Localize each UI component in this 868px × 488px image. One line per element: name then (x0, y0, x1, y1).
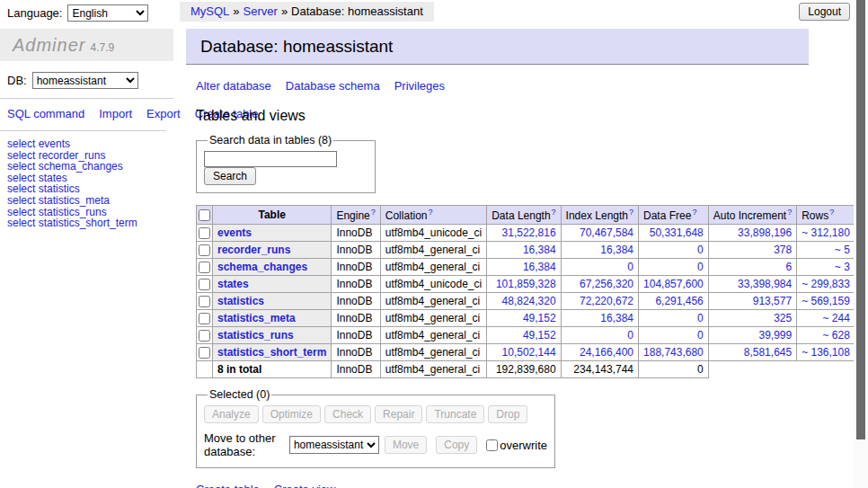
help-link[interactable]: ? (692, 208, 696, 217)
total-check-cell (197, 361, 213, 378)
help-link[interactable]: ? (787, 208, 792, 217)
engine-cell: InnoDB (332, 242, 380, 259)
data-length-link[interactable]: 16,384 (523, 244, 556, 256)
data-free-link[interactable]: 6,291,456 (655, 295, 703, 307)
help-link[interactable]: ? (428, 208, 432, 217)
table-name-cell: states (213, 276, 332, 293)
data-length-link[interactable]: 10,502,144 (502, 346, 556, 359)
data-length-link[interactable]: 31,522,816 (502, 226, 556, 239)
auto-increment-link[interactable]: 39,999 (758, 329, 792, 342)
row-checkbox[interactable] (199, 262, 210, 273)
data-length-link[interactable]: 48,824,320 (502, 295, 556, 307)
help-link[interactable]: ? (629, 208, 633, 217)
table-row: statesInnoDButf8mb4_unicode_ci101,859,32… (197, 276, 868, 293)
overwrite-label: overwrite (500, 439, 547, 452)
index-length-link[interactable]: 16,384 (600, 312, 633, 324)
rows_estimate-cell: ~ 312,180 (797, 225, 855, 242)
top-link-privileges[interactable]: Privileges (394, 79, 445, 93)
index-length-link[interactable]: 0 (627, 329, 633, 342)
adminer-version[interactable]: 4.7.9 (90, 41, 114, 54)
auto-increment-link[interactable]: 33,898,196 (738, 226, 792, 239)
sidebar-link-import[interactable]: Import (99, 107, 132, 120)
sidebar-link-sql-command[interactable]: SQL command (7, 107, 84, 120)
row-checkbox[interactable] (199, 227, 210, 239)
rows_estimate-cell: ~ 299,833 (797, 276, 855, 293)
auto-increment-link[interactable]: 6 (785, 261, 792, 273)
search-input[interactable] (204, 151, 337, 167)
data-free-link[interactable]: 0 (697, 244, 704, 256)
index-length-link[interactable]: 67,256,320 (580, 278, 633, 290)
table-link-statistics-runs[interactable]: statistics_runs (217, 329, 294, 342)
search-button[interactable]: Search (204, 167, 256, 185)
row-checkbox[interactable] (199, 330, 210, 342)
engine-cell: InnoDB (332, 293, 380, 310)
top-link-alter-database[interactable]: Alter database (196, 79, 271, 93)
data-length-link[interactable]: 49,152 (523, 329, 556, 342)
auto-increment-link[interactable]: 8,581,645 (744, 346, 792, 359)
top-link-database-schema[interactable]: Database schema (286, 79, 380, 93)
sidebar-select-link-select-events[interactable]: select events (7, 138, 173, 150)
data-free-link[interactable]: 104,857,600 (643, 278, 704, 290)
help-link[interactable]: ? (371, 208, 376, 217)
sidebar-select-link-select-schema-changes[interactable]: select schema_changes (7, 161, 173, 173)
table-link-statistics-short-term[interactable]: statistics_short_term (217, 346, 326, 359)
rows-link[interactable]: ~ 312,180 (802, 226, 850, 239)
row-checkbox[interactable] (199, 279, 210, 290)
table-link-statistics[interactable]: statistics (217, 295, 264, 307)
auto-increment-link[interactable]: 378 (774, 244, 792, 256)
data-length-link[interactable]: 16,384 (523, 261, 556, 273)
rows-link[interactable]: ~ 244 (823, 312, 850, 324)
rows-link[interactable]: ~ 3 (835, 261, 850, 273)
auto-increment-link[interactable]: 33,398,984 (738, 278, 792, 290)
sidebar-select-link-select-statistics-short-term[interactable]: select statistics_short_term (7, 217, 173, 229)
index-length-link[interactable]: 0 (627, 261, 633, 273)
auto-increment-link[interactable]: 325 (774, 312, 792, 324)
row-checkbox[interactable] (199, 296, 210, 307)
link-create-table[interactable]: Create table (196, 483, 260, 488)
table-link-schema-changes[interactable]: schema_changes (217, 261, 307, 273)
index_length-cell: 16,384 (561, 242, 638, 259)
scrollbar-track[interactable] (854, 0, 868, 488)
data-free-link[interactable]: 50,331,648 (650, 226, 704, 239)
scrollbar-thumb[interactable] (856, 0, 865, 439)
table-link-recorder-runs[interactable]: recorder_runs (217, 244, 290, 256)
data-free-link[interactable]: 0 (697, 261, 704, 273)
auto-increment-link[interactable]: 913,577 (753, 295, 792, 307)
data-free-link[interactable]: 0 (697, 329, 704, 342)
row-checkbox[interactable] (199, 244, 210, 256)
overwrite-checkbox[interactable] (486, 439, 498, 451)
rows-link[interactable]: ~ 569,159 (802, 295, 850, 307)
rows-link[interactable]: ~ 299,833 (802, 278, 850, 290)
table-name-cell: statistics (213, 293, 332, 310)
rows-link[interactable]: ~ 628 (823, 329, 850, 342)
rows-link[interactable]: ~ 136,108 (802, 346, 850, 359)
rows-link[interactable]: ~ 5 (835, 244, 850, 256)
row-checkbox[interactable] (199, 347, 210, 359)
table-link-statistics-meta[interactable]: statistics_meta (217, 312, 296, 324)
total-row: 8 in totalInnoDButf8mb4_general_ci192,83… (197, 361, 868, 378)
auto_increment-cell: 325 (708, 310, 796, 327)
index-length-link[interactable]: 72,220,672 (580, 295, 633, 307)
total-index-length: 234,143,744 (561, 361, 638, 378)
link-create-view[interactable]: Create view (274, 483, 336, 488)
help-link[interactable]: ? (829, 208, 834, 217)
column-label: Table (258, 209, 285, 221)
table-link-events[interactable]: events (217, 226, 252, 239)
rows_estimate-cell: ~ 244 (797, 310, 855, 327)
index-length-link[interactable]: 70,467,584 (580, 226, 633, 239)
index-length-link[interactable]: 24,166,400 (580, 346, 633, 359)
select-all-checkbox[interactable] (199, 209, 210, 221)
column-label: Auto Increment (713, 209, 786, 222)
row-checkbox[interactable] (199, 313, 210, 324)
data-free-link[interactable]: 188,743,680 (643, 346, 704, 359)
data-length-link[interactable]: 101,859,328 (496, 278, 556, 290)
data-length-link[interactable]: 49,152 (523, 312, 556, 324)
db-select[interactable]: homeassistant (32, 72, 138, 89)
index-length-link[interactable]: 16,384 (600, 244, 633, 256)
sidebar-select-link-select-statistics-meta[interactable]: select statistics_meta (7, 195, 173, 207)
data-free-link[interactable]: 0 (697, 312, 704, 324)
move-db-select[interactable]: homeassistant (289, 436, 379, 454)
adminer-logo[interactable]: Adminer (13, 35, 85, 55)
table-link-states[interactable]: states (217, 278, 249, 290)
help-link[interactable]: ? (552, 208, 556, 217)
